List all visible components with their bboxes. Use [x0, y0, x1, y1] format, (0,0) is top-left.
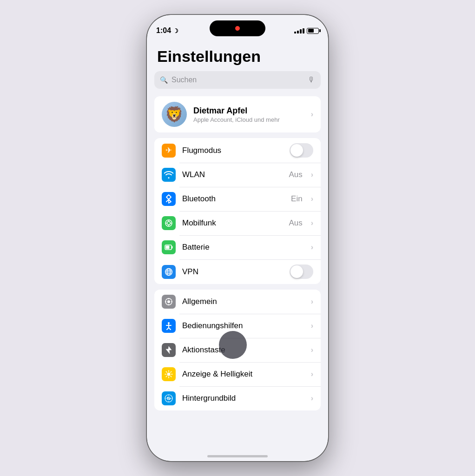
signal-bar-3: [300, 29, 302, 33]
network-section: ✈ Flugmodus WLAN: [154, 138, 321, 284]
value-wlan: Aus: [289, 170, 302, 179]
icon-mobilfunk: [162, 216, 176, 230]
svg-line-32: [171, 371, 172, 372]
profile-info: Dietmar Apfel Apple Account, iCloud und …: [193, 106, 304, 123]
status-right: [294, 28, 319, 34]
avatar-emoji: 🦁: [165, 106, 184, 123]
page-title: Einstellungen: [147, 40, 328, 71]
label-wlan: WLAN: [182, 170, 282, 179]
mic-icon[interactable]: 🎙: [308, 76, 315, 84]
svg-line-33: [166, 376, 167, 377]
search-icon: 🔍: [160, 76, 168, 84]
icon-wlan: [162, 168, 176, 182]
label-bluetooth: Bluetooth: [182, 194, 284, 204]
svg-rect-16: [168, 298, 169, 299]
profile-subtitle: Apple Account, iCloud und mehr: [193, 116, 304, 123]
row-hintergrundbild[interactable]: Hintergrundbild ›: [154, 386, 321, 410]
signal-bar-2: [297, 31, 299, 33]
row-aktionstaste[interactable]: Aktionstaste ›: [154, 338, 321, 362]
profile-section: 🦁 Dietmar Apfel Apple Account, iCloud un…: [154, 96, 321, 132]
label-hintergrundbild: Hintergrundbild: [182, 394, 304, 403]
icon-bluetooth: [162, 192, 176, 206]
icon-anzeige: [162, 367, 176, 381]
row-flugmodus[interactable]: ✈ Flugmodus: [154, 138, 321, 163]
dynamic-island: [210, 20, 265, 36]
svg-rect-18: [165, 301, 166, 302]
icon-allgemein: [162, 295, 176, 309]
label-bedienungshilfen: Bedienungshilfen: [182, 321, 304, 331]
row-allgemein[interactable]: Allgemein ›: [154, 290, 321, 314]
row-wlan[interactable]: WLAN Aus ›: [154, 163, 321, 187]
chevron-anzeige: ›: [311, 370, 313, 378]
icon-batterie: [162, 240, 176, 254]
system-section: Allgemein › Bedienungshilfen: [154, 290, 321, 410]
chevron-bedienungshilfen: ›: [311, 322, 313, 330]
chevron-bluetooth: ›: [311, 195, 313, 203]
chevron-hintergrundbild: ›: [311, 394, 313, 403]
chevron-mobilfunk: ›: [311, 219, 313, 227]
row-anzeige[interactable]: Anzeige & Helligkeit ›: [154, 362, 321, 386]
signal-bars: [294, 28, 304, 33]
svg-rect-7: [166, 246, 170, 249]
icon-bedienungshilfen: [162, 319, 176, 333]
label-vpn: VPN: [182, 267, 283, 277]
label-aktionstaste: Aktionstaste: [182, 345, 304, 355]
chevron-wlan: ›: [311, 171, 313, 179]
profile-row[interactable]: 🦁 Dietmar Apfel Apple Account, iCloud un…: [154, 96, 321, 132]
svg-line-24: [169, 328, 171, 330]
label-flugmodus: Flugmodus: [182, 146, 283, 155]
toggle-vpn[interactable]: [290, 264, 313, 279]
toggle-flugmodus[interactable]: [290, 143, 313, 158]
phone-frame: 1:04 ☽ Einstellungen: [147, 15, 328, 461]
signal-bar-4: [303, 28, 304, 33]
moon-icon: ☽: [173, 27, 178, 34]
signal-bar-1: [294, 32, 296, 33]
value-mobilfunk: Aus: [289, 218, 302, 228]
chevron-aktionstaste: ›: [311, 346, 313, 354]
profile-chevron: ›: [311, 110, 313, 119]
svg-point-14: [167, 300, 170, 303]
toggle-thumb-flugmodus: [290, 144, 303, 157]
time-label: 1:04: [156, 26, 171, 35]
svg-rect-8: [172, 246, 173, 249]
icon-hintergrundbild: [162, 391, 176, 405]
status-time: 1:04 ☽: [156, 26, 178, 35]
label-batterie: Batterie: [182, 243, 304, 252]
status-bar: 1:04 ☽: [147, 15, 328, 40]
home-indicator: [207, 455, 268, 457]
row-mobilfunk[interactable]: Mobilfunk Aus ›: [154, 211, 321, 235]
chevron-allgemein: ›: [311, 298, 313, 306]
battery-fill: [308, 29, 314, 33]
icon-flugmodus: ✈: [162, 144, 176, 158]
label-mobilfunk: Mobilfunk: [182, 218, 282, 228]
search-placeholder: Suchen: [172, 76, 304, 84]
chevron-batterie: ›: [311, 243, 313, 251]
svg-point-25: [167, 373, 171, 376]
profile-name: Dietmar Apfel: [193, 106, 304, 116]
row-bluetooth[interactable]: Bluetooth Ein ›: [154, 187, 321, 211]
label-allgemein: Allgemein: [182, 297, 304, 306]
toggle-thumb-vpn: [290, 265, 303, 278]
recording-dot: [235, 26, 240, 31]
row-bedienungshilfen[interactable]: Bedienungshilfen ›: [154, 314, 321, 338]
scroll-content[interactable]: Einstellungen 🔍 Suchen 🎙 🦁 Dietmar Apfel…: [147, 40, 328, 461]
icon-vpn: [162, 265, 176, 279]
search-bar[interactable]: 🔍 Suchen 🎙: [154, 71, 321, 89]
battery-icon: [307, 28, 319, 34]
svg-rect-17: [168, 304, 169, 305]
svg-rect-19: [171, 301, 172, 302]
svg-line-30: [166, 371, 167, 372]
svg-point-1: [167, 222, 171, 225]
phone-screen: 1:04 ☽ Einstellungen: [147, 15, 328, 461]
value-bluetooth: Ein: [291, 194, 303, 204]
svg-line-31: [171, 376, 172, 377]
row-batterie[interactable]: Batterie ›: [154, 235, 321, 259]
icon-aktionstaste: [162, 343, 176, 357]
row-vpn[interactable]: VPN: [154, 259, 321, 284]
avatar: 🦁: [162, 102, 187, 127]
label-anzeige: Anzeige & Helligkeit: [182, 370, 304, 379]
